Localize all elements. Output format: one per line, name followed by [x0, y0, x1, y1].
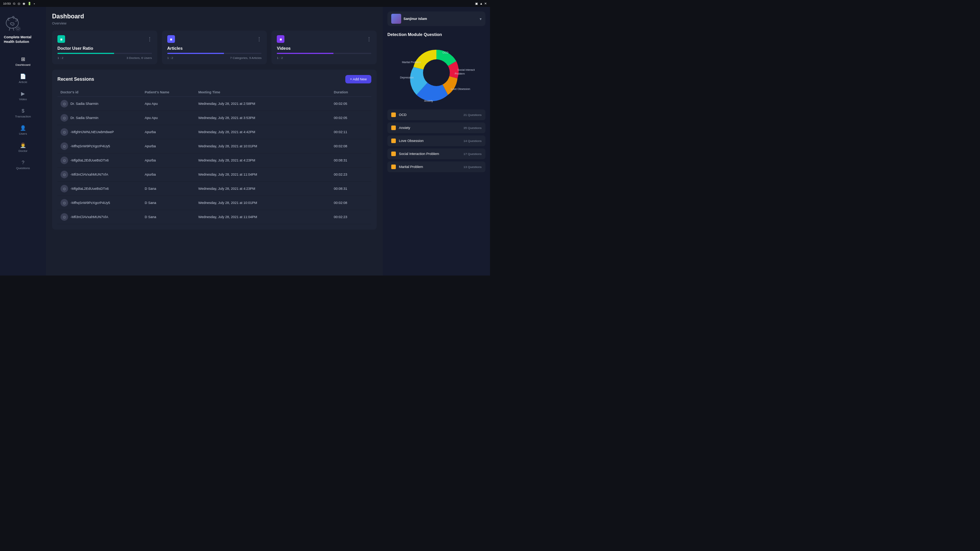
sidebar-item-users[interactable]: 👤 Users	[0, 122, 46, 139]
chevron-down-icon[interactable]: ▾	[480, 17, 482, 21]
doctor-cell: ⊙ -MfghHJWNLNEUwbHdweP	[60, 128, 145, 136]
sidebar: Complete Mental Health Solution ⊞ Dashbo…	[0, 7, 46, 276]
doctor-avatar: ⊙	[60, 128, 68, 136]
table-row[interactable]: ⊙ -Mfi3nClAVxahMUN7VlA D Sana Wednesday,…	[57, 210, 371, 224]
page-subtitle: Overview	[52, 21, 377, 25]
stat-title: Doctor User Ratio	[57, 46, 152, 51]
question-item-love-obsession[interactable]: Love Obsession 14 Questions	[387, 135, 485, 146]
doctor-cell: ⊙ -MfgdIaL2EdUueBsDTx6	[60, 156, 145, 164]
stat-card-articles: ■ ⋮ Articles 1 : 2 7 Categories, 9 Artic…	[162, 31, 267, 64]
table-header-cell: Doctor's id	[60, 90, 145, 94]
meeting-time: Wednesday, July 28, 2021 at 10:01PM	[198, 201, 334, 205]
transaction-icon: $	[21, 108, 24, 114]
table-row[interactable]: ⊙ -MfgdIaL2EdUueBsDTx6 D Sana Wednesday,…	[57, 182, 371, 196]
stat-ratio: 1 : 2	[167, 56, 173, 60]
brain-gear-icon	[4, 15, 23, 34]
stat-ratio: 1 : 2	[277, 56, 283, 60]
sidebar-logo-text: Complete Mental Health Solution	[4, 35, 42, 44]
status-bar: 10:53 G ◎ ◉ 🔋 • ▣ ▲ ✕	[0, 0, 490, 7]
sidebar-item-transaction[interactable]: $ Transaction	[0, 105, 46, 121]
sidebar-item-questions[interactable]: ? Questions	[0, 156, 46, 173]
question-left: Marital Problem	[391, 165, 423, 169]
sidebar-item-video[interactable]: ▶ Video	[0, 88, 46, 104]
duration: 00:02:05	[334, 116, 368, 120]
svg-text:Anxiety: Anxiety	[424, 99, 433, 103]
doctor-id: Dr. Sadia Sharmin	[70, 102, 98, 106]
patient-name: D Sana	[145, 215, 198, 219]
stat-progress-bar	[167, 53, 262, 54]
meeting-time: Wednesday, July 28, 2021 at 2:58PM	[198, 102, 334, 106]
status-x-icon: ✕	[484, 2, 487, 5]
stat-progress-bar	[277, 53, 371, 54]
table-row[interactable]: ⊙ -MfhqSnW9PzXgcrP4Uy5 Apurba Wednesday,…	[57, 139, 371, 153]
stat-card-videos: ■ ⋮ Videos 1 : 2	[271, 31, 377, 64]
question-dot	[391, 112, 396, 117]
sidebar-item-dashboard[interactable]: ⊞ Dashboard	[0, 53, 46, 70]
table-header-cell: Duration	[334, 90, 368, 94]
doctor-id: -MfgdIaL2EdUueBsDTx6	[70, 158, 109, 162]
table-row[interactable]: ⊙ -Mfi3nClAVxahMUN7VlA Apurba Wednesday,…	[57, 168, 371, 182]
stat-menu-icon[interactable]: ⋮	[147, 36, 152, 42]
doctor-id: -MfhqSnW9PzXgcrP4Uy5	[70, 201, 110, 205]
patient-name: Apurba	[145, 144, 198, 148]
doctor-id: -MfhqSnW9PzXgcrP4Uy5	[70, 144, 110, 148]
status-wifi-icon: ▣	[475, 2, 478, 5]
duration: 00:02:11	[334, 130, 368, 134]
svg-line-3	[9, 28, 10, 31]
doctor-cell: ⊙ -MfgdIaL2EdUueBsDTx6	[60, 185, 145, 192]
stat-detail: 3 Doctors, 6 Users	[126, 56, 152, 60]
sidebar-item-doctor[interactable]: 👨‍⚕ Doctor	[0, 139, 46, 156]
svg-text:OCD: OCD	[443, 51, 449, 54]
page-title: Dashboard	[52, 13, 377, 20]
table-header-cell: Meeting Time	[198, 90, 334, 94]
stat-menu-icon[interactable]: ⋮	[367, 36, 371, 42]
question-left: Social Interaction Problem	[391, 152, 439, 156]
duration: 00:02:23	[334, 215, 368, 219]
patient-name: D Sana	[145, 201, 198, 205]
table-header-cell: Patient's Name	[145, 90, 198, 94]
question-name: Social Interaction Problem	[399, 152, 439, 156]
question-item-anxiety[interactable]: Anxiety 35 Questions	[387, 122, 485, 133]
table-row[interactable]: ⊙ Dr. Sadia Sharmin Apu Apu Wednesday, J…	[57, 111, 371, 125]
sessions-title: Recent Sessions	[57, 77, 94, 82]
table-row[interactable]: ⊙ -MfhqSnW9PzXgcrP4Uy5 D Sana Wednesday,…	[57, 196, 371, 210]
stat-ratio: 1 : 2	[57, 56, 64, 60]
doctor-id: Dr. Sadia Sharmin	[70, 116, 98, 120]
stat-menu-icon[interactable]: ⋮	[257, 36, 261, 42]
svg-text:Marital Problem: Marital Problem	[402, 61, 421, 64]
meeting-time: Wednesday, July 28, 2021 at 4:23PM	[198, 187, 334, 191]
svg-text:Love Obsession: Love Obsession	[451, 88, 470, 90]
question-dot	[391, 165, 396, 169]
svg-point-5	[423, 59, 450, 86]
doctor-id: -Mfi3nClAVxahMUN7VlA	[70, 173, 108, 176]
status-dot: •	[34, 2, 35, 5]
question-count: 21 Questions	[464, 113, 482, 117]
doctor-avatar: ⊙	[60, 100, 68, 108]
users-icon: 👤	[20, 125, 26, 131]
sidebar-item-label: Questions	[16, 166, 30, 170]
table-row[interactable]: ⊙ -MfghHJWNLNEUwbHdweP Apurba Wednesday,…	[57, 125, 371, 139]
table-row[interactable]: ⊙ -MfgdIaL2EdUueBsDTx6 Apurba Wednesday,…	[57, 153, 371, 168]
donut-chart: OCD Social Interaction Problem Love Obse…	[387, 42, 485, 103]
doctor-cell: ⊙ -Mfi3nClAVxahMUN7VlA	[60, 171, 145, 178]
svg-text:Problem: Problem	[455, 72, 465, 75]
meeting-time: Wednesday, July 28, 2021 at 10:01PM	[198, 144, 334, 148]
duration: 00:02:08	[334, 201, 368, 205]
question-left: Anxiety	[391, 126, 410, 130]
table-body: ⊙ Dr. Sadia Sharmin Apu Apu Wednesday, J…	[57, 97, 371, 224]
sidebar-item-label: Doctor	[18, 149, 28, 153]
question-item-social-interaction[interactable]: Social Interaction Problem 17 Questions	[387, 148, 485, 159]
table-row[interactable]: ⊙ Dr. Sadia Sharmin Apu Apu Wednesday, J…	[57, 97, 371, 111]
question-item-marital-problem[interactable]: Marital Problem 13 Questions	[387, 161, 485, 172]
patient-name: Apurba	[145, 130, 198, 134]
question-left: Love Obsession	[391, 139, 424, 143]
add-new-button[interactable]: + Add New	[345, 75, 371, 83]
question-count: 17 Questions	[464, 152, 482, 156]
question-count: 13 Questions	[464, 165, 482, 169]
svg-point-1	[17, 28, 19, 30]
patient-name: D Sana	[145, 187, 198, 191]
doctor-cell: ⊙ Dr. Sadia Sharmin	[60, 114, 145, 122]
sessions-card: Recent Sessions + Add New Doctor's idPat…	[52, 70, 377, 230]
sidebar-item-article[interactable]: 📄 Article	[0, 70, 46, 87]
question-item-ocd[interactable]: OCD 21 Questions	[387, 109, 485, 120]
